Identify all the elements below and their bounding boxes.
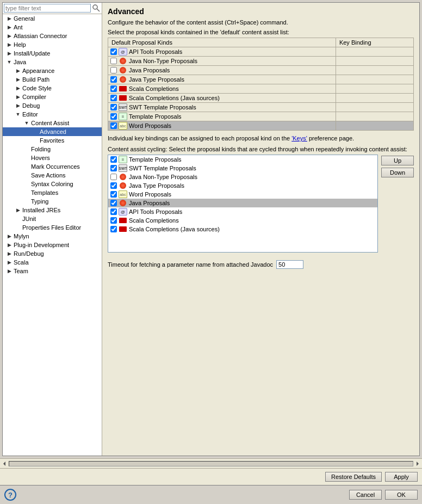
proposal-checkbox[interactable] [110, 95, 117, 101]
table-row[interactable]: SWT SWT Template Proposals [108, 103, 414, 112]
table-row[interactable]: Scala Completions (Java sources) [108, 94, 414, 103]
sidebar-item-syntaxcoloring[interactable]: Syntax Coloring [3, 180, 102, 188]
sidebar-item-debug[interactable]: Debug [3, 101, 102, 110]
sidebar-item-java[interactable]: Java [3, 58, 102, 66]
timeout-input[interactable] [276, 260, 303, 269]
filter-input[interactable] [4, 4, 91, 13]
sidebar-item-label: Content Assist [31, 120, 69, 126]
proposal-label: Java Proposals [129, 67, 170, 73]
tree-arrow [14, 67, 22, 75]
sidebar-item-propertiesfileeditor[interactable]: Properties Files Editor [3, 223, 102, 232]
table-row[interactable]: Scala Completions [108, 84, 414, 94]
cycling-checkbox[interactable] [110, 174, 117, 180]
sidebar-item-templates[interactable]: Templates [3, 188, 102, 197]
up-button[interactable]: Up [381, 156, 414, 165]
sidebar-item-folding[interactable]: Folding [3, 145, 102, 153]
sidebar-item-label: Templates [31, 189, 58, 196]
down-button[interactable]: Down [381, 168, 414, 177]
proposal-checkbox[interactable] [110, 85, 117, 92]
sidebar-item-ant[interactable]: Ant [3, 23, 102, 32]
sidebar-item-help[interactable]: Help [3, 40, 102, 49]
list-item[interactable]: Scala Completions (Java sources) [108, 225, 377, 233]
sidebar-item-label: Ant [14, 24, 23, 30]
cycling-checkbox[interactable] [110, 156, 117, 163]
proposal-checkbox[interactable] [110, 76, 117, 83]
scala-icon [119, 225, 127, 233]
table-row[interactable]: Java Type Proposals [108, 75, 414, 84]
cycling-checkbox[interactable] [110, 226, 117, 232]
sidebar-item-rundebug[interactable]: Run/Debug [3, 249, 102, 258]
key-binding-note: Individual key bindings can be assigned … [108, 135, 414, 142]
sidebar-item-label: Favorites [40, 137, 64, 144]
list-item[interactable]: ≡Template Proposals [108, 155, 377, 164]
sidebar-item-advanced[interactable]: Advanced [3, 127, 102, 136]
cycling-checkbox[interactable] [110, 182, 117, 189]
sidebar-item-label: Team [14, 268, 28, 274]
filter-icon[interactable] [92, 4, 101, 13]
proposal-checkbox[interactable] [110, 113, 117, 120]
proposal-checkbox[interactable] [110, 48, 117, 55]
template-icon: ≡ [119, 156, 127, 163]
list-item[interactable]: Java Non-Type Proposals [108, 173, 377, 181]
proposal-checkbox[interactable] [110, 104, 117, 110]
help-icon[interactable]: ? [4, 489, 16, 501]
sidebar-item-general[interactable]: General [3, 14, 102, 23]
cycling-label: API Tools Proposals [129, 208, 182, 215]
sidebar-item-codestyle[interactable]: Code Style [3, 84, 102, 93]
table-row[interactable]: ≡ Template Proposals [108, 112, 414, 121]
sidebar-item-installedjres[interactable]: Installed JREs [3, 206, 102, 214]
svg-rect-0 [93, 5, 97, 9]
sidebar-item-label: Compiler [22, 94, 46, 100]
apply-button[interactable]: Apply [385, 472, 418, 482]
scroll-left-icon[interactable] [1, 460, 8, 467]
sidebar-item-appearance[interactable]: Appearance [3, 66, 102, 75]
list-item[interactable]: Java Proposals [108, 199, 377, 207]
proposal-checkbox[interactable] [110, 58, 117, 64]
ok-button[interactable]: OK [385, 490, 418, 500]
sidebar-item-scala[interactable]: Scala [3, 258, 102, 267]
list-item[interactable]: abcWord Proposals [108, 190, 377, 199]
cycling-checkbox[interactable] [110, 200, 117, 206]
table-row[interactable]: Java Non-Type Proposals [108, 57, 414, 66]
cycling-buttons: Up Down [381, 155, 414, 253]
keys-link[interactable]: 'Keys' [291, 135, 307, 142]
list-item[interactable]: @API Tools Proposals [108, 207, 377, 216]
sidebar-item-typing[interactable]: Typing [3, 197, 102, 206]
sidebar-item-installupdate[interactable]: Install/Update [3, 49, 102, 58]
sidebar-item-junit[interactable]: JUnit [3, 214, 102, 223]
cycling-checkbox[interactable] [110, 165, 117, 171]
tree-arrow [22, 198, 31, 205]
sidebar-item-contentassist[interactable]: Content Assist [3, 119, 102, 127]
tree-arrow [14, 110, 22, 118]
sidebar-item-saveactions[interactable]: Save Actions [3, 171, 102, 180]
sidebar-item-label: Mark Occurrences [31, 163, 80, 170]
sidebar-item-mylyn[interactable]: Mylyn [3, 232, 102, 241]
sidebar-item-team[interactable]: Team [3, 267, 102, 275]
sidebar-item-favorites[interactable]: Favorites [3, 136, 102, 145]
list-item[interactable]: Scala Completions [108, 216, 377, 225]
sidebar-item-editor[interactable]: Editor [3, 110, 102, 119]
proposal-checkbox[interactable] [110, 67, 117, 73]
sidebar-item-plugindevelopment[interactable]: Plug-in Development [3, 241, 102, 249]
sidebar-item-compiler[interactable]: Compiler [3, 93, 102, 101]
restore-defaults-button[interactable]: Restore Defaults [325, 472, 382, 482]
table-row[interactable]: abc Word Proposals [108, 121, 414, 131]
sidebar-item-markoccurrences[interactable]: Mark Occurrences [3, 162, 102, 171]
cycling-checkbox[interactable] [110, 217, 117, 224]
proposal-checkbox[interactable] [110, 122, 117, 129]
list-item[interactable]: SWTSWT Template Proposals [108, 164, 377, 173]
right-panel: Advanced Configure the behavior of the c… [102, 3, 419, 456]
sidebar-item-buildpath[interactable]: Build Path [3, 75, 102, 84]
cycling-checkbox[interactable] [110, 208, 117, 215]
table-row[interactable]: Java Proposals [108, 66, 414, 75]
scroll-right-icon[interactable] [414, 460, 421, 467]
cancel-button[interactable]: Cancel [349, 490, 382, 500]
list-item[interactable]: Java Type Proposals [108, 181, 377, 190]
sidebar-item-hovers[interactable]: Hovers [3, 153, 102, 162]
scroll-track[interactable] [9, 461, 413, 466]
table-row[interactable]: @ API Tools Proposals [108, 47, 414, 57]
sidebar-item-atlassian[interactable]: Atlassian Connector [3, 32, 102, 40]
api-icon: @ [119, 208, 127, 216]
cycling-checkbox[interactable] [110, 191, 117, 198]
col-key-binding: Key Binding [336, 38, 413, 47]
